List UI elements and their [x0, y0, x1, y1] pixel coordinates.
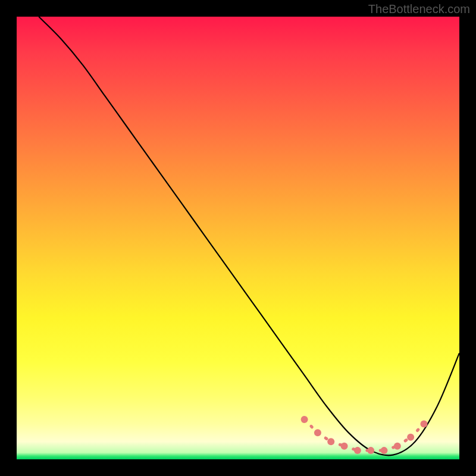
- chart-plot-area: [17, 17, 459, 459]
- trough-marker-dot: [420, 420, 427, 427]
- chart-curve-svg: [17, 17, 459, 459]
- watermark-text: TheBottleneck.com: [368, 2, 470, 16]
- bottleneck-curve-line: [39, 17, 459, 455]
